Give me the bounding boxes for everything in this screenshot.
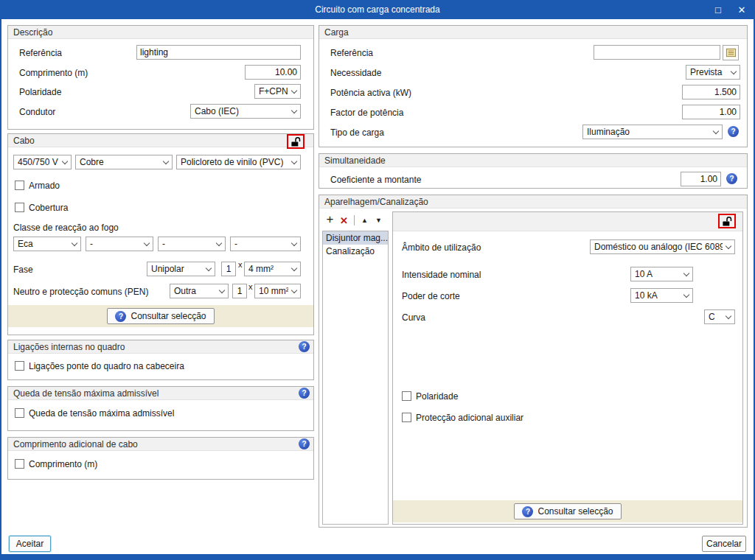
checkbox-label: Armado xyxy=(29,181,60,191)
select-value: Cobre xyxy=(76,157,160,167)
intensidade-select[interactable]: 10 A xyxy=(630,267,693,281)
referencia-picker-button[interactable] xyxy=(723,45,739,60)
queda-checkbox[interactable]: Queda de tensão máxima admissível xyxy=(15,407,174,419)
aparelhagem-lock-highlight xyxy=(718,214,736,228)
ambito-select[interactable]: Doméstico ou análogo (IEC 60898) xyxy=(590,239,735,254)
comprimento-input[interactable] xyxy=(245,65,301,80)
group-carga-title: Carga xyxy=(324,27,349,38)
delete-icon[interactable]: ✕ xyxy=(337,213,351,228)
poder-corte-select[interactable]: 10 kA xyxy=(630,288,693,303)
button-label: Consultar selecção xyxy=(537,506,613,517)
classe-fogo-select-1[interactable]: Eca xyxy=(13,237,81,251)
tensao-select[interactable]: 450/750 V xyxy=(13,155,72,169)
chevron-down-icon xyxy=(203,262,215,276)
comprimento-label: Comprimento (m) xyxy=(19,68,88,78)
chevron-down-icon xyxy=(69,237,80,251)
cancelar-button[interactable]: Cancelar xyxy=(702,536,746,552)
classe-fogo-label: Classe de reacção ao fogo xyxy=(13,223,119,233)
maximize-button[interactable]: □ xyxy=(706,0,730,19)
fase-tipo-select[interactable]: Unipolar xyxy=(147,262,215,276)
group-cabo-header: Cabo xyxy=(8,134,313,147)
checkbox-box xyxy=(15,408,24,418)
queda-help-icon[interactable]: ? xyxy=(299,388,310,399)
group-simultaneidade-header: Simultaneidade xyxy=(319,154,747,167)
poder-corte-label: Poder de corte xyxy=(402,291,460,301)
select-value: Outra xyxy=(170,286,216,296)
chevron-down-icon xyxy=(681,267,692,281)
ligacoes-ponte-checkbox[interactable]: Ligações ponte do quadro na cabeceira xyxy=(15,360,184,371)
aparelhagem-action-strip: ? Consultar selecção xyxy=(393,500,742,522)
group-aparelhagem-header: Aparelhagem/Canalização xyxy=(319,195,747,209)
material-select[interactable]: Cobre xyxy=(75,155,173,169)
chevron-down-icon xyxy=(723,240,734,253)
comprimento-adicional-checkbox[interactable]: Comprimento (m) xyxy=(15,458,97,469)
select-value: Eca xyxy=(14,239,69,249)
tipo-carga-help-icon[interactable]: ? xyxy=(728,126,739,137)
move-up-icon[interactable]: ▲ xyxy=(358,213,372,228)
window-controls: □ ✕ xyxy=(706,0,754,19)
chevron-down-icon xyxy=(288,155,300,169)
isolamento-select[interactable]: Policloreto de vinilo (PVC) xyxy=(176,155,301,169)
comprimento-adicional-help-icon[interactable]: ? xyxy=(299,438,310,449)
checkbox-label: Comprimento (m) xyxy=(29,459,97,469)
cabo-lock-highlight xyxy=(287,134,305,149)
coeficiente-help-icon[interactable]: ? xyxy=(726,173,737,184)
classe-fogo-select-4[interactable]: - xyxy=(230,237,301,251)
ambito-label: Âmbito de utilização xyxy=(402,242,481,253)
potencia-input[interactable] xyxy=(682,85,740,99)
titlebar[interactable]: Circuito com carga concentrada xyxy=(0,0,755,19)
referencia-input[interactable] xyxy=(136,45,301,60)
fase-count-input[interactable] xyxy=(221,262,236,276)
condutor-select[interactable]: Cabo (IEC) xyxy=(190,104,301,119)
checkbox-box xyxy=(15,203,24,212)
aparelhagem-detail-panel xyxy=(392,211,743,525)
chevron-down-icon xyxy=(141,237,153,251)
aparelhagem-polaridade-checkbox[interactable]: Polaridade xyxy=(402,391,458,402)
coeficiente-input[interactable] xyxy=(681,172,721,186)
factor-input[interactable] xyxy=(682,105,740,119)
close-button[interactable]: ✕ xyxy=(730,0,754,19)
select-value: - xyxy=(159,239,213,249)
list-item-canalizacao[interactable]: Canalização xyxy=(323,245,388,258)
pen-count-input[interactable] xyxy=(232,284,247,298)
select-value: Iluminação xyxy=(583,127,710,137)
carga-referencia-input[interactable] xyxy=(594,45,720,60)
chevron-down-icon xyxy=(723,310,734,323)
armado-checkbox[interactable]: Armado xyxy=(15,180,60,191)
pen-seccao-select[interactable]: 10 mm² xyxy=(254,284,301,298)
unlock-icon[interactable] xyxy=(290,136,302,147)
move-down-icon[interactable]: ▼ xyxy=(372,213,386,228)
pen-tipo-select[interactable]: Outra xyxy=(170,284,229,298)
polaridade-label: Polaridade xyxy=(19,87,61,97)
ligacoes-help-icon[interactable]: ? xyxy=(299,341,310,352)
cabo-consultar-button[interactable]: ? Consultar selecção xyxy=(107,308,214,324)
group-ligacoes-header: Ligações internas no quadro xyxy=(8,340,313,354)
list-item-disjuntor[interactable]: Disjuntor mag... xyxy=(323,231,388,245)
aceitar-button[interactable]: Aceitar xyxy=(9,536,51,552)
aparelhagem-list: Disjuntor mag... Canalização xyxy=(322,231,389,525)
classe-fogo-select-3[interactable]: - xyxy=(158,237,226,251)
classe-fogo-select-2[interactable]: - xyxy=(86,237,153,251)
aparelhagem-consultar-button[interactable]: ? Consultar selecção xyxy=(514,503,621,519)
chevron-down-icon xyxy=(288,262,300,276)
group-queda-title: Queda de tensão máxima admissível xyxy=(13,388,159,399)
checkbox-box xyxy=(402,391,411,401)
curva-label: Curva xyxy=(402,312,425,323)
potencia-label: Potência activa (kW) xyxy=(330,88,411,98)
chevron-down-icon xyxy=(288,85,300,98)
group-descricao-header: Descrição xyxy=(8,26,313,39)
unlock-icon[interactable] xyxy=(722,216,733,227)
polaridade-select[interactable]: F+CPN xyxy=(254,84,301,99)
curva-select[interactable]: C xyxy=(704,309,735,324)
necessidade-label: Necessidade xyxy=(330,68,381,78)
add-icon[interactable]: + xyxy=(323,212,337,227)
select-value: F+CPN xyxy=(255,86,288,97)
cobertura-checkbox[interactable]: Cobertura xyxy=(15,202,68,213)
fase-seccao-select[interactable]: 4 mm² xyxy=(244,262,301,276)
tipo-carga-select[interactable]: Iluminação xyxy=(582,125,723,139)
group-comprimento-adicional-header: Comprimento adicional de cabo xyxy=(8,438,313,451)
necessidade-select[interactable]: Prevista xyxy=(686,65,740,80)
button-label: Aceitar xyxy=(16,539,44,549)
button-label: Cancelar xyxy=(706,539,742,549)
proteccao-adicional-checkbox[interactable]: Protecção adicional auxiliar xyxy=(402,412,523,423)
